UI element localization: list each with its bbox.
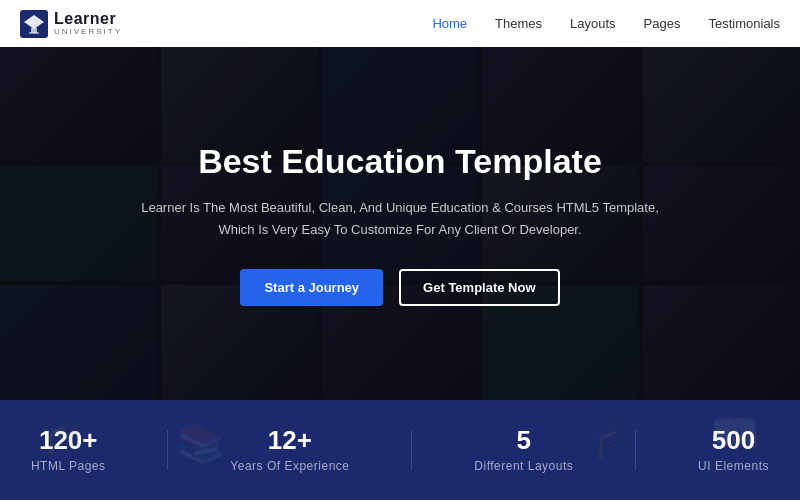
hero-content: Best Education Template Learner Is The M… bbox=[140, 141, 660, 307]
stat-layouts: 5 Different Layouts bbox=[474, 427, 573, 473]
nav-pages[interactable]: Pages bbox=[644, 16, 681, 31]
logo-main: Learner bbox=[54, 10, 122, 28]
stat-html-pages-label: HTML Pages bbox=[31, 459, 106, 473]
deco-icon-3: 🎓 bbox=[590, 415, 640, 462]
hero-title: Best Education Template bbox=[140, 141, 660, 182]
hero-buttons: Start a Journey Get Template Now bbox=[140, 269, 660, 306]
stat-divider-2 bbox=[411, 430, 412, 470]
hero-subtitle-line2: Which Is Very Easy To Customize For Any … bbox=[218, 222, 581, 237]
stat-layouts-label: Different Layouts bbox=[474, 459, 573, 473]
logo-icon bbox=[20, 10, 48, 38]
logo-sub: university bbox=[54, 28, 122, 37]
start-journey-button[interactable]: Start a Journey bbox=[240, 269, 383, 306]
stat-divider-3 bbox=[635, 430, 636, 470]
hero-subtitle-line1: Learner Is The Most Beautiful, Clean, An… bbox=[141, 200, 659, 215]
stat-ui-elements-label: UI Elements bbox=[698, 459, 769, 473]
logo-text: Learner university bbox=[54, 10, 122, 36]
hero-subtitle: Learner Is The Most Beautiful, Clean, An… bbox=[140, 197, 660, 241]
get-template-button[interactable]: Get Template Now bbox=[399, 269, 559, 306]
stat-divider-1 bbox=[167, 430, 168, 470]
main-nav: Home Themes Layouts Pages Testimonials bbox=[432, 16, 780, 31]
nav-home[interactable]: Home bbox=[432, 16, 467, 31]
stats-background-decoration: 🎓 📚 🎓 📖 bbox=[0, 400, 800, 500]
stats-section: 🎓 📚 🎓 📖 120+ HTML Pages 12+ Years Of Exp… bbox=[0, 400, 800, 500]
hero-section: Best Education Template Learner Is The M… bbox=[0, 47, 800, 400]
svg-rect-3 bbox=[29, 32, 39, 34]
nav-testimonials[interactable]: Testimonials bbox=[708, 16, 780, 31]
stat-ui-elements-number: 500 bbox=[698, 427, 769, 453]
nav-themes[interactable]: Themes bbox=[495, 16, 542, 31]
stat-experience-label: Years Of Experience bbox=[230, 459, 349, 473]
stat-html-pages: 120+ HTML Pages bbox=[31, 427, 106, 473]
deco-icon-2: 📚 bbox=[176, 420, 226, 467]
stat-experience: 12+ Years Of Experience bbox=[230, 427, 349, 473]
stat-layouts-number: 5 bbox=[474, 427, 573, 453]
logo: Learner university bbox=[20, 10, 122, 38]
header: Learner university Home Themes Layouts P… bbox=[0, 0, 800, 47]
nav-layouts[interactable]: Layouts bbox=[570, 16, 616, 31]
stat-experience-number: 12+ bbox=[230, 427, 349, 453]
stat-html-pages-number: 120+ bbox=[31, 427, 106, 453]
stat-ui-elements: 500 UI Elements bbox=[698, 427, 769, 473]
